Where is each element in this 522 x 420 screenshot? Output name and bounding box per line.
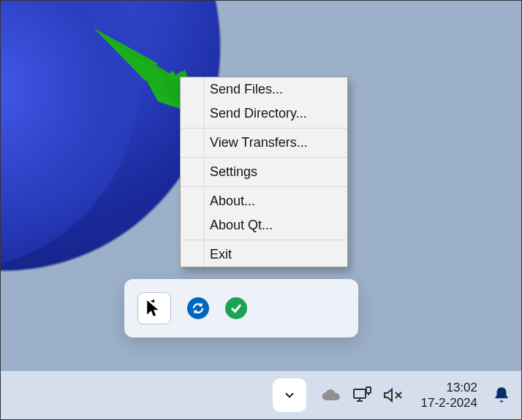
taskbar-time: 13:02 (420, 380, 477, 395)
svg-rect-6 (366, 387, 371, 393)
speaker-muted-icon (382, 386, 403, 404)
menu-item-exit[interactable]: Exit (181, 243, 347, 267)
menu-item-label: View Transfers... (210, 135, 308, 150)
menu-item-settings[interactable]: Settings (181, 160, 347, 187)
menu-item-label: Settings (210, 164, 257, 179)
taskbar: 13:02 17-2-2024 (1, 371, 521, 419)
menu-item-view-transfers[interactable]: View Transfers... (181, 131, 347, 158)
menu-item-send-files[interactable]: Send Files... (181, 77, 347, 102)
cloud-icon (321, 388, 341, 402)
svg-marker-2 (94, 28, 158, 81)
chevron-down-icon (282, 388, 297, 402)
tray-app-icon[interactable] (137, 292, 171, 324)
menu-item-send-directory[interactable]: Send Directory... (181, 102, 347, 129)
volume-tray-icon[interactable] (382, 385, 403, 405)
notifications-button[interactable] (492, 386, 511, 405)
computer-network-icon (352, 386, 372, 405)
menu-item-label: Send Directory... (210, 106, 307, 121)
menu-item-label: About Qt... (210, 218, 273, 232)
menu-item-about[interactable]: About... (181, 189, 347, 213)
svg-rect-3 (354, 389, 366, 398)
cursor-icon (145, 299, 164, 318)
tray-context-menu: Send Files... Send Directory... View Tra… (180, 77, 348, 267)
bell-icon (492, 386, 511, 405)
network-tray-icon[interactable] (352, 385, 372, 405)
taskbar-date: 17-2-2024 (420, 395, 477, 411)
menu-item-label: Send Files... (210, 82, 283, 96)
check-badge-icon[interactable] (225, 297, 247, 319)
menu-item-label: Exit (210, 247, 232, 261)
tray-overflow-flyout (124, 279, 358, 337)
menu-item-label: About... (210, 194, 255, 208)
tray-overflow-button[interactable] (273, 378, 306, 412)
taskbar-clock[interactable]: 13:02 17-2-2024 (420, 380, 477, 411)
menu-item-about-qt[interactable]: About Qt... (181, 213, 347, 240)
onedrive-tray-icon[interactable] (321, 385, 341, 405)
update-badge-icon[interactable] (187, 297, 209, 319)
